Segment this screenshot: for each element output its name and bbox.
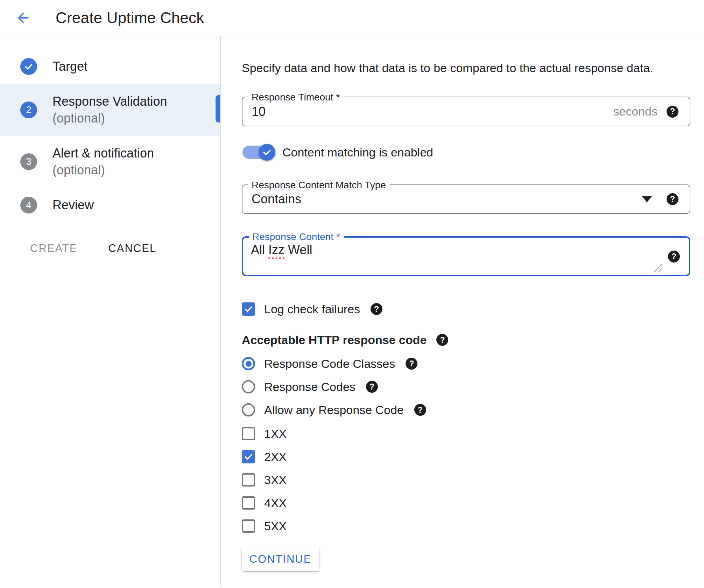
response-content-field: Response Content * All Izz Well ? (242, 236, 690, 276)
dropdown-arrow-icon[interactable] (642, 196, 652, 202)
help-icon[interactable]: ? (667, 193, 678, 205)
help-icon[interactable]: ? (371, 303, 382, 315)
checkbox-1xx[interactable] (242, 427, 255, 440)
log-check-failures-row: Log check failures ? (242, 301, 690, 317)
heading-text: Acceptable HTTP response code (242, 333, 427, 347)
log-check-failures-checkbox[interactable] (242, 302, 255, 316)
http-response-code-heading: Acceptable HTTP response code ? (242, 333, 690, 347)
page-title: Create Uptime Check (56, 9, 204, 27)
checkbox-row: 4XX (242, 495, 690, 511)
response-content-text: Well (284, 243, 312, 257)
step-complete-check-icon (20, 58, 37, 75)
step-label: Response Validation (52, 93, 167, 110)
arrow-back-icon (15, 10, 31, 26)
match-type-value: Contains (252, 192, 642, 206)
checkbox-row: 1XX (242, 425, 690, 442)
sidebar-actions: CREATE CANCEL (30, 242, 220, 255)
step-label: Alert & notification (52, 145, 154, 162)
check-icon (262, 147, 272, 157)
response-content-text: All (251, 243, 268, 257)
radio-label[interactable]: Allow any Response Code (264, 403, 404, 417)
help-icon[interactable]: ? (667, 106, 678, 118)
step-target[interactable]: Target (0, 49, 220, 84)
step-review[interactable]: 4 Review (0, 188, 220, 223)
response-code-classes-radio[interactable] (242, 357, 255, 370)
continue-button[interactable]: CONTINUE (242, 547, 319, 571)
textarea-resize-handle[interactable] (653, 264, 662, 273)
checkbox-label[interactable]: 5XX (264, 519, 287, 533)
step-label: Review (52, 197, 94, 214)
checkbox-label[interactable]: 3XX (264, 473, 287, 487)
help-icon[interactable]: ? (366, 381, 378, 393)
log-check-failures-label[interactable]: Log check failures (264, 302, 360, 316)
help-icon[interactable]: ? (668, 251, 680, 262)
misspelled-word: Izz (268, 243, 284, 257)
back-arrow-icon[interactable] (15, 10, 31, 26)
step-number-badge: 2 (20, 102, 37, 118)
cancel-button[interactable]: CANCEL (108, 242, 156, 255)
response-code-class-checkboxes: 1XX 2XX 3XX 4XX (242, 425, 690, 534)
active-step-indicator (216, 95, 220, 122)
response-timeout-field: Response Timeout * seconds ? (242, 97, 690, 126)
help-icon[interactable]: ? (414, 404, 426, 416)
checkbox-3xx[interactable] (242, 473, 255, 486)
help-icon[interactable]: ? (406, 358, 417, 370)
response-timeout-label: Response Timeout * (248, 91, 343, 103)
radio-row: Response Codes ? (242, 378, 690, 395)
checkbox-label[interactable]: 4XX (264, 496, 287, 510)
checkbox-label[interactable]: 2XX (264, 450, 287, 464)
step-alert-notification[interactable]: 3 Alert & notification (optional) (0, 136, 220, 188)
header: Create Uptime Check (0, 0, 704, 36)
match-type-field[interactable]: Response Content Match Type Contains ? (242, 184, 690, 214)
checkbox-2xx[interactable] (242, 450, 255, 463)
help-icon[interactable]: ? (436, 334, 448, 346)
response-timeout-input[interactable] (252, 104, 613, 119)
toggle-thumb-check-icon (259, 144, 275, 161)
checkbox-row: 2XX (242, 448, 690, 465)
stepper-sidebar: Target 2 Response Validation (optional) … (0, 36, 221, 587)
step-number-badge: 4 (20, 197, 37, 214)
match-type-label: Response Content Match Type (248, 179, 389, 191)
check-icon (24, 62, 33, 71)
checkbox-label[interactable]: 1XX (264, 427, 287, 441)
create-uptime-check-page: Create Uptime Check Target 2 Response Va… (0, 0, 704, 588)
checkbox-row: 5XX (242, 518, 690, 534)
step-sublabel: (optional) (52, 110, 167, 127)
step-sublabel: (optional) (52, 162, 154, 178)
content-matching-label: Content matching is enabled (282, 146, 433, 159)
step-response-validation[interactable]: 2 Response Validation (optional) (0, 84, 220, 136)
allow-any-response-code-radio[interactable] (242, 403, 255, 416)
body: Target 2 Response Validation (optional) … (0, 36, 704, 587)
radio-row: Response Code Classes ? (242, 355, 690, 372)
response-validation-form: Specify data and how that data is to be … (221, 36, 704, 587)
content-matching-row: Content matching is enabled (242, 143, 690, 161)
create-button[interactable]: CREATE (30, 242, 77, 255)
radio-label[interactable]: Response Codes (264, 380, 355, 394)
radio-label[interactable]: Response Code Classes (264, 357, 395, 371)
response-content-label: Response Content * (249, 231, 344, 243)
radio-row: Allow any Response Code ? (242, 401, 690, 418)
checkbox-4xx[interactable] (242, 496, 255, 510)
response-code-radio-group: Response Code Classes ? Response Codes ?… (242, 355, 690, 418)
content-matching-toggle[interactable] (242, 146, 273, 159)
step-label: Target (52, 58, 87, 75)
check-icon (244, 304, 253, 314)
checkbox-row: 3XX (242, 471, 690, 488)
form-intro-text: Specify data and how that data is to be … (242, 61, 690, 75)
response-codes-radio[interactable] (242, 380, 255, 393)
step-number-badge: 3 (20, 153, 37, 170)
seconds-suffix: seconds (613, 105, 657, 118)
check-icon (244, 452, 253, 462)
checkbox-5xx[interactable] (242, 519, 255, 533)
